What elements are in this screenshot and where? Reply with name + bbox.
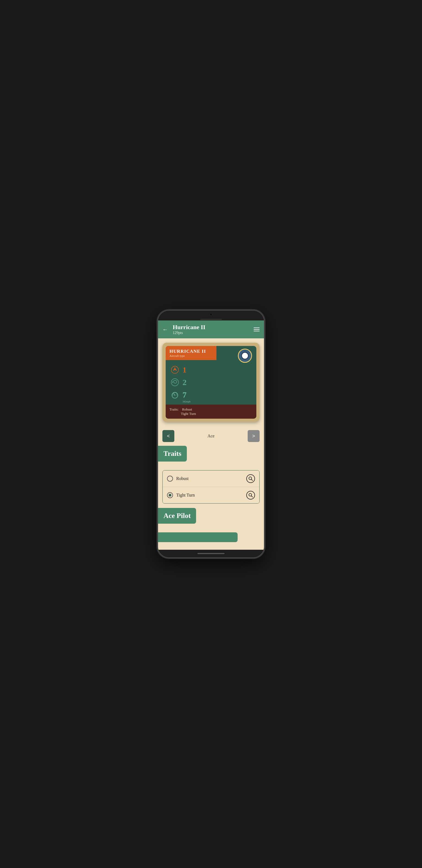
trait-item-robust[interactable]: Robust	[163, 470, 259, 487]
trait-item-tight-turn[interactable]: Tight Turn	[163, 487, 259, 503]
ace-section-label: Ace Pilot	[158, 508, 196, 524]
card-traits-text: Traits: Robust Tight Turn	[169, 407, 253, 416]
header-title-block: Hurricane II 129pts	[171, 324, 252, 335]
attack-icon	[170, 365, 180, 375]
roundel-inner	[241, 352, 249, 360]
card-outer: HURRICANE II Aircraft type	[162, 343, 260, 422]
ace-section: Ace Pilot	[158, 508, 264, 528]
menu-icon-line1	[254, 328, 260, 328]
app-container: ← Hurricane II 129pts HURRICANE II	[158, 320, 264, 550]
prev-button[interactable]: <	[162, 430, 174, 442]
stat-row-attack: 1	[170, 365, 252, 375]
phone-speaker	[158, 318, 264, 320]
card-traits-overlay: Traits: Robust Tight Turn	[166, 405, 256, 419]
trait-name-robust: Robust	[176, 476, 189, 481]
svg-point-3	[174, 395, 175, 396]
card-wrapper: HURRICANE II Aircraft type	[158, 338, 264, 426]
stat-maneuver-value: 2	[182, 378, 187, 387]
traits-section-label: Traits	[158, 446, 187, 462]
radio-tight-turn[interactable]	[167, 492, 173, 498]
phone-camera	[209, 313, 213, 316]
roundel-icon	[238, 349, 252, 363]
traits-label: Traits:	[169, 407, 178, 411]
card-title-banner: HURRICANE II Aircraft type	[166, 346, 217, 360]
stat-row-speed: 7	[170, 390, 252, 400]
card-subtitle: Aircraft type	[169, 354, 213, 358]
aircraft-card: HURRICANE II Aircraft type	[166, 346, 256, 419]
bottom-hint-section	[158, 532, 264, 543]
trait-left-tight-turn: Tight Turn	[167, 492, 195, 498]
stat-attack-value: 1	[182, 365, 187, 374]
trait-name-tight-turn: Tight Turn	[176, 493, 195, 498]
phone-bottom-bar	[158, 550, 264, 557]
svg-line-5	[251, 479, 253, 481]
trait-left-robust: Robust	[167, 476, 189, 482]
traits-section: Traits Robust	[158, 446, 264, 504]
search-tight-turn-button[interactable]	[246, 491, 255, 499]
back-button[interactable]: ←	[162, 327, 171, 333]
card-title: HURRICANE II	[169, 349, 213, 354]
app-header: ← Hurricane II 129pts	[158, 320, 264, 338]
stat-speed-value: 7	[182, 390, 187, 399]
nav-current-label: Ace	[207, 434, 215, 438]
phone-top-bar	[158, 311, 264, 318]
speaker-grill	[200, 319, 222, 320]
card-trait2: Tight Turn	[181, 412, 196, 416]
speed-label: 342mph	[170, 400, 252, 405]
ace-label-text: Ace Pilot	[164, 512, 191, 520]
stat-row-speed-wrapper: 7 342mph	[170, 390, 252, 405]
radio-robust[interactable]	[167, 476, 173, 482]
speed-icon	[170, 390, 180, 400]
page-title: Hurricane II	[173, 324, 252, 331]
menu-icon-line3	[254, 331, 260, 331]
home-bar	[197, 553, 225, 554]
traits-list: Robust Tight Turn	[162, 470, 260, 504]
bottom-section-bar	[158, 532, 237, 542]
svg-point-1	[171, 379, 179, 386]
menu-button[interactable]	[252, 328, 260, 331]
svg-line-7	[251, 496, 253, 497]
search-robust-button[interactable]	[246, 474, 255, 483]
stat-row-maneuver: 2	[170, 377, 252, 387]
card-trait1: Robust	[182, 407, 192, 411]
page-points: 129pts	[173, 331, 252, 335]
next-button[interactable]: >	[248, 430, 260, 442]
traits-label-text: Traits	[164, 450, 181, 458]
maneuver-icon	[170, 377, 180, 387]
card-stats: 1 2	[166, 363, 256, 405]
radio-inner-tight-turn	[169, 494, 171, 497]
phone-frame: ← Hurricane II 129pts HURRICANE II	[158, 311, 264, 557]
nav-row: < Ace >	[158, 426, 264, 446]
menu-icon-line2	[254, 329, 260, 330]
